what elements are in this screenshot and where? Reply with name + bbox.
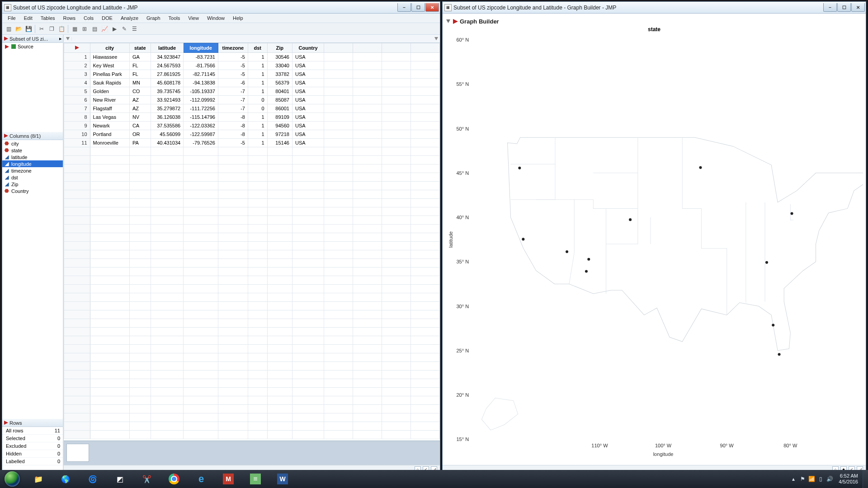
cell-empty[interactable] [151,293,183,302]
table-row[interactable]: 2Key WestFL24.567593-81.7566-5133040USA [64,61,440,70]
cell-empty[interactable] [129,250,151,259]
table-row-empty[interactable] [64,199,440,207]
cell-empty[interactable] [151,379,183,388]
cell-empty[interactable] [353,319,382,328]
cell-empty[interactable] [129,182,151,190]
cell-empty[interactable] [129,225,151,233]
cell-empty[interactable] [292,431,324,439]
cell[interactable]: -83.7231 [184,53,218,61]
cell[interactable]: Monroeville [90,139,129,147]
cell-empty[interactable] [64,285,90,293]
cell[interactable]: -7 [218,104,248,113]
menu-window[interactable]: Window [203,14,228,22]
cut-icon[interactable]: ✂ [37,24,46,33]
close-button[interactable]: ✕ [425,3,439,12]
cell-empty[interactable] [90,353,129,362]
cell-empty[interactable] [151,302,183,310]
table-row-empty[interactable] [64,293,440,302]
cell-empty[interactable] [411,250,440,259]
minimize-button[interactable]: – [823,3,837,12]
start-button[interactable] [0,470,24,488]
col-header-Country[interactable]: Country [292,43,324,53]
cell-empty[interactable] [248,362,267,371]
table-row[interactable]: 3Pinellas ParkFL27.861925-82.71145-51337… [64,70,440,79]
cell-empty[interactable] [324,87,353,96]
cell-empty[interactable] [151,413,183,422]
cell-empty[interactable] [184,431,218,439]
cell-empty[interactable] [90,182,129,190]
cell-empty[interactable] [129,199,151,207]
cell-empty[interactable] [292,353,324,362]
cell[interactable]: 97218 [267,130,292,139]
cell-empty[interactable] [292,396,324,405]
cell-empty[interactable] [218,396,248,405]
cell-empty[interactable] [382,362,411,371]
table-row-empty[interactable] [64,267,440,276]
menu-cols[interactable]: Cols [80,14,97,22]
cell-empty[interactable] [324,122,353,130]
cell-empty[interactable] [353,250,382,259]
cell-empty[interactable] [292,182,324,190]
cell-empty[interactable] [184,396,218,405]
table-row-empty[interactable] [64,362,440,371]
menu-rows[interactable]: Rows [60,14,80,22]
cell[interactable]: USA [292,96,324,104]
cell-empty[interactable] [292,276,324,285]
cell-empty[interactable] [411,259,440,267]
cell-empty[interactable] [129,328,151,336]
taskbar-notepad[interactable]: ≡ [242,471,269,487]
cell-empty[interactable] [324,353,353,362]
cell-empty[interactable] [248,259,267,267]
disclosure-icon[interactable] [3,133,9,139]
cell-empty[interactable] [64,302,90,310]
row-number[interactable]: 7 [64,104,90,113]
taskbar-app-2[interactable]: 🌀 [80,471,106,487]
table-row-empty[interactable] [64,431,440,439]
cell-empty[interactable] [382,345,411,353]
thumb-icon[interactable] [66,444,89,462]
cell[interactable]: 24.567593 [151,61,183,70]
cell-empty[interactable] [324,53,353,61]
cell-empty[interactable] [151,267,183,276]
cell-empty[interactable] [324,70,353,79]
col-header-empty[interactable] [382,43,411,53]
cols-disclose-icon[interactable] [72,37,440,41]
cell-empty[interactable] [324,285,353,293]
cell-empty[interactable] [248,353,267,362]
cell-empty[interactable] [64,353,90,362]
cell[interactable]: 45.608178 [151,79,183,87]
table-row[interactable]: 6New RiverAZ33.921493-112.09992-7085087U… [64,96,440,104]
cell-empty[interactable] [218,276,248,285]
cell-empty[interactable] [411,173,440,182]
cell-empty[interactable] [218,199,248,207]
table-row-empty[interactable] [64,413,440,422]
taskbar-app-1[interactable]: 🌎 [52,471,79,487]
cell-empty[interactable] [218,225,248,233]
cell-empty[interactable] [382,336,411,345]
table-row-empty[interactable] [64,225,440,233]
cell-empty[interactable] [64,431,90,439]
table-row-empty[interactable] [64,233,440,242]
panel-menu-icon[interactable]: ▸ [59,36,62,42]
table-row-empty[interactable] [64,388,440,396]
cell[interactable]: New River [90,96,129,104]
cell-empty[interactable] [411,413,440,422]
cell-empty[interactable] [324,156,353,164]
cell-empty[interactable] [248,388,267,396]
cell[interactable]: -8 [218,122,248,130]
row-number[interactable]: 2 [64,61,90,70]
cell[interactable]: OR [129,130,151,139]
menu-file[interactable]: File [4,14,19,22]
cell-empty[interactable] [184,156,218,164]
menu-tables[interactable]: Tables [37,14,59,22]
cell-empty[interactable] [218,147,248,156]
cell-empty[interactable] [411,96,440,104]
cell-empty[interactable] [324,233,353,242]
cell-empty[interactable] [353,293,382,302]
cell-empty[interactable] [353,70,382,79]
cell-empty[interactable] [411,371,440,379]
cell-empty[interactable] [64,396,90,405]
cell-empty[interactable] [267,216,292,225]
cell-empty[interactable] [129,207,151,216]
cell[interactable]: USA [292,53,324,61]
